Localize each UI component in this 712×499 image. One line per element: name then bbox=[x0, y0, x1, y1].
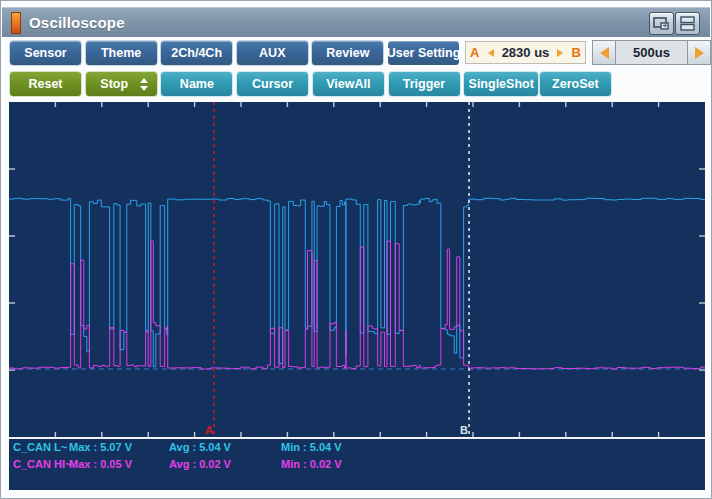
title-bar[interactable]: Oscilloscope bbox=[2, 7, 710, 37]
cursor-b-label: B bbox=[572, 45, 581, 60]
timebase-control: 500us bbox=[592, 40, 711, 65]
timebase-increase-button[interactable] bbox=[687, 40, 711, 65]
cursor-a-left-arrow-icon[interactable] bbox=[488, 49, 494, 57]
avg-measurement: Avg : 0.02 V bbox=[169, 458, 231, 470]
maximize-window-button[interactable] bbox=[675, 12, 700, 35]
maximize-window-icon bbox=[676, 13, 699, 34]
stop-button[interactable]: Stop bbox=[85, 71, 158, 97]
ab-delta-value: 2830 us bbox=[502, 45, 550, 60]
user-setting-button[interactable]: User Setting bbox=[387, 40, 460, 66]
trigger-button[interactable]: Trigger bbox=[388, 71, 461, 97]
oscilloscope-window: Oscilloscope SensorTheme2Ch/4ChAUXReview… bbox=[0, 0, 712, 499]
cursor-a-label: A bbox=[205, 424, 213, 436]
max-measurement: Max : 0.05 V bbox=[69, 458, 132, 470]
min-measurement: Min : 0.02 V bbox=[281, 458, 342, 470]
timebase-left-arrow-icon bbox=[600, 47, 609, 59]
cursor-b-label: B bbox=[460, 424, 468, 436]
cursor-b-right-arrow-icon[interactable] bbox=[557, 49, 563, 57]
singleshot-button[interactable]: SingleShot bbox=[463, 71, 539, 97]
timebase-right-arrow-icon bbox=[695, 47, 704, 59]
sensor-button[interactable]: Sensor bbox=[9, 40, 82, 66]
viewall-button[interactable]: ViewAll bbox=[312, 71, 385, 97]
ab-cursor-readout: A 2830 us B bbox=[465, 41, 586, 64]
timebase-value: 500us bbox=[616, 40, 687, 65]
waveform-display[interactable]: AB bbox=[9, 102, 705, 437]
spinner-up-down-icon[interactable] bbox=[140, 78, 148, 92]
measurement-row-can-hi: C_CAN HI~ Max : 0.05 V Avg : 0.02 V Min … bbox=[9, 458, 705, 473]
min-measurement: Min : 5.04 V bbox=[281, 441, 342, 453]
name-button[interactable]: Name bbox=[160, 71, 233, 97]
restore-window-button[interactable] bbox=[649, 12, 674, 35]
cursor-button[interactable]: Cursor bbox=[236, 71, 309, 97]
cursor-a-label: A bbox=[470, 45, 479, 60]
measurement-panel: C_CAN L~ Max : 5.07 V Avg : 5.04 V Min :… bbox=[9, 437, 705, 490]
window-title: Oscilloscope bbox=[29, 14, 125, 31]
channel-name: C_CAN HI~ bbox=[13, 458, 71, 470]
reset-button[interactable]: Reset bbox=[9, 71, 82, 97]
2ch-4ch-button[interactable]: 2Ch/4Ch bbox=[160, 40, 233, 66]
zeroset-button[interactable]: ZeroSet bbox=[539, 71, 612, 97]
channel-name: C_CAN L~ bbox=[13, 441, 67, 453]
app-icon bbox=[11, 12, 21, 34]
theme-button[interactable]: Theme bbox=[85, 40, 158, 66]
restore-window-icon bbox=[650, 13, 673, 34]
max-measurement: Max : 5.07 V bbox=[69, 441, 132, 453]
measurement-row-can-l: C_CAN L~ Max : 5.07 V Avg : 5.04 V Min :… bbox=[9, 441, 705, 456]
review-button[interactable]: Review bbox=[311, 40, 384, 66]
avg-measurement: Avg : 5.04 V bbox=[169, 441, 231, 453]
aux-button[interactable]: AUX bbox=[236, 40, 309, 66]
timebase-decrease-button[interactable] bbox=[592, 40, 616, 65]
